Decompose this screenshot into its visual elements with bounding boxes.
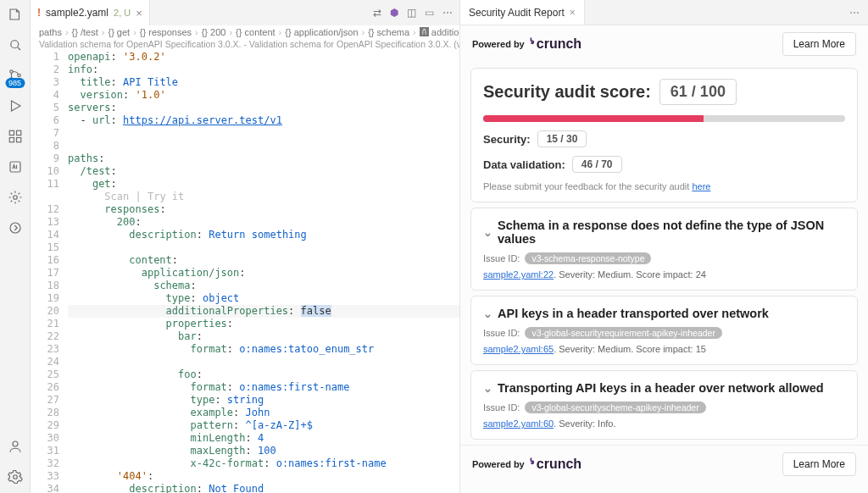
modified-indicator: ! bbox=[37, 7, 41, 19]
issue-card: ⌄API keys in a header transported over n… bbox=[470, 296, 858, 365]
breadcrumb-item[interactable]: {} 200 bbox=[202, 27, 226, 37]
issue-id-value: v3-global-securityscheme-apikey-inheader bbox=[525, 402, 705, 413]
panel-tab-bar: Security Audit Report × ⋯ bbox=[460, 0, 868, 25]
panel-tab-security-audit[interactable]: Security Audit Report × bbox=[460, 0, 585, 25]
split-icon[interactable]: ◫ bbox=[407, 7, 416, 19]
tab-sample2[interactable]: ! sample2.yaml 2, U × bbox=[31, 0, 150, 25]
svg-point-13 bbox=[13, 475, 17, 479]
breadcrumb-item[interactable]: {} get bbox=[108, 27, 130, 37]
issue-location-link[interactable]: sample2.yaml:22 bbox=[483, 269, 554, 280]
issue-toggle[interactable]: ⌄API keys in a header transported over n… bbox=[483, 307, 845, 320]
breadcrumb-item[interactable]: {} content bbox=[236, 27, 275, 37]
brand-mark-icon: ᔉ bbox=[530, 456, 535, 474]
chevron-down-icon: ⌄ bbox=[483, 226, 492, 239]
hexagon-icon[interactable]: ⬢ bbox=[390, 7, 398, 19]
security-panel: Security Audit Report × ⋯ Powered by ᔉ c… bbox=[460, 0, 868, 493]
close-icon[interactable]: × bbox=[570, 7, 576, 19]
powered-header: Powered by ᔉ crunch Learn More bbox=[460, 25, 868, 63]
brand-logo: ᔉ crunch bbox=[530, 456, 581, 474]
score-title: Security audit score: bbox=[483, 82, 651, 102]
svg-rect-8 bbox=[16, 138, 20, 142]
explorer-icon[interactable] bbox=[6, 5, 25, 24]
crunch-icon[interactable] bbox=[6, 188, 25, 207]
learn-more-button[interactable]: Learn More bbox=[782, 452, 856, 476]
breadcrumb-item[interactable]: {} responses bbox=[140, 27, 192, 37]
score-progress bbox=[483, 115, 845, 122]
issue-toggle[interactable]: ⌄Schema in a response does not define th… bbox=[483, 219, 845, 246]
score-card: Security audit score: 61 / 100 Security:… bbox=[470, 68, 858, 202]
powered-by-label: Powered by bbox=[472, 459, 525, 469]
chevron-down-icon: ⌄ bbox=[483, 382, 492, 395]
extensions-icon[interactable] bbox=[6, 127, 25, 146]
security-label: Security: bbox=[483, 133, 531, 146]
brand-mark-icon: ᔉ bbox=[530, 36, 535, 53]
svg-marker-4 bbox=[11, 101, 20, 111]
issue-title: Schema in a response does not define the… bbox=[498, 219, 845, 246]
breadcrumb[interactable]: paths›{} /test›{} get›{} responses›{} 20… bbox=[31, 25, 459, 39]
svg-point-12 bbox=[13, 441, 18, 446]
code-editor[interactable]: 1234567891011121314151617181920212223242… bbox=[31, 51, 459, 493]
security-value: 15 / 30 bbox=[537, 130, 587, 147]
feedback-text: Please submit your feedback for the secu… bbox=[483, 181, 845, 191]
tab-bar: ! sample2.yaml 2, U × ⇄ ⬢ ◫ ▭ ⋯ bbox=[31, 0, 459, 25]
score-value: 61 / 100 bbox=[659, 79, 737, 105]
chevron-down-icon: ⌄ bbox=[483, 307, 492, 320]
svg-rect-6 bbox=[16, 130, 20, 135]
actions-icon[interactable] bbox=[6, 219, 25, 237]
issue-location-tail: . Severity: Medium. Score impact: 24 bbox=[554, 269, 706, 280]
more-icon[interactable]: ⋯ bbox=[442, 7, 453, 19]
powered-footer: Powered by ᔉ crunch Learn More bbox=[460, 445, 868, 483]
data-validation-label: Data validation: bbox=[483, 158, 565, 171]
account-icon[interactable] bbox=[6, 437, 25, 456]
breadcrumb-item[interactable]: {} schema bbox=[368, 27, 409, 37]
panel-more-icon[interactable]: ⋯ bbox=[841, 0, 868, 25]
api-icon[interactable] bbox=[6, 158, 25, 176]
learn-more-button[interactable]: Learn More bbox=[782, 32, 856, 56]
panel-tab-label: Security Audit Report bbox=[469, 7, 565, 19]
validation-subheader: Validation schema for OpenAPI Specificat… bbox=[31, 39, 459, 51]
layout-icon[interactable]: ▭ bbox=[425, 7, 434, 19]
tab-filename: sample2.yaml bbox=[46, 7, 108, 19]
issue-card: ⌄Transporting API keys in a header over … bbox=[470, 370, 858, 440]
svg-rect-5 bbox=[9, 130, 14, 135]
issue-id-value: v3-schema-response-notype bbox=[525, 252, 651, 264]
settings-icon[interactable] bbox=[6, 468, 25, 486]
tab-status: 2, U bbox=[114, 8, 131, 18]
brand-logo: ᔉ crunch bbox=[530, 36, 581, 53]
svg-point-1 bbox=[9, 70, 12, 73]
scm-badge: 985 bbox=[5, 78, 25, 88]
svg-point-11 bbox=[10, 223, 20, 233]
issue-id-value: v3-global-securityrequirement-apikey-inh… bbox=[525, 327, 722, 339]
svg-point-0 bbox=[10, 41, 18, 48]
breadcrumb-item[interactable]: paths bbox=[39, 27, 62, 37]
compare-icon[interactable]: ⇄ bbox=[373, 7, 381, 19]
issue-id-label: Issue ID: bbox=[483, 402, 520, 413]
breadcrumb-item[interactable]: {} application/json bbox=[285, 27, 358, 37]
issue-id-label: Issue ID: bbox=[483, 253, 520, 263]
data-validation-value: 46 / 70 bbox=[572, 156, 622, 173]
issue-title: API keys in a header transported over ne… bbox=[498, 307, 769, 320]
svg-point-3 bbox=[17, 74, 19, 76]
feedback-link[interactable]: here bbox=[692, 181, 710, 191]
activity-bar: 985 bbox=[0, 0, 31, 493]
svg-rect-9 bbox=[10, 162, 20, 172]
svg-rect-7 bbox=[9, 138, 14, 142]
debug-icon[interactable] bbox=[6, 97, 25, 115]
scm-icon[interactable]: 985 bbox=[6, 66, 25, 85]
editor-pane: ! sample2.yaml 2, U × ⇄ ⬢ ◫ ▭ ⋯ paths›{}… bbox=[31, 0, 460, 493]
issue-id-label: Issue ID: bbox=[483, 328, 520, 338]
issue-location-tail: . Severity: Medium. Score impact: 15 bbox=[554, 344, 706, 354]
powered-by-label: Powered by bbox=[472, 39, 525, 49]
svg-point-10 bbox=[13, 196, 17, 200]
issue-location-link[interactable]: sample2.yaml:60 bbox=[483, 418, 554, 429]
issue-location-tail: . Severity: Info. bbox=[554, 418, 615, 429]
issue-toggle[interactable]: ⌄Transporting API keys in a header over … bbox=[483, 381, 845, 395]
search-icon[interactable] bbox=[6, 36, 25, 54]
issue-location-link[interactable]: sample2.yaml:65 bbox=[483, 344, 554, 354]
issue-card: ⌄Schema in a response does not define th… bbox=[470, 208, 858, 291]
breadcrumb-item[interactable]: {} /test bbox=[72, 27, 98, 37]
close-icon[interactable]: × bbox=[136, 7, 142, 19]
issue-title: Transporting API keys in a header over n… bbox=[498, 381, 824, 395]
tab-actions: ⇄ ⬢ ◫ ▭ ⋯ bbox=[366, 0, 459, 25]
breadcrumb-item[interactable]: 🅰 additionalPr bbox=[420, 27, 459, 37]
